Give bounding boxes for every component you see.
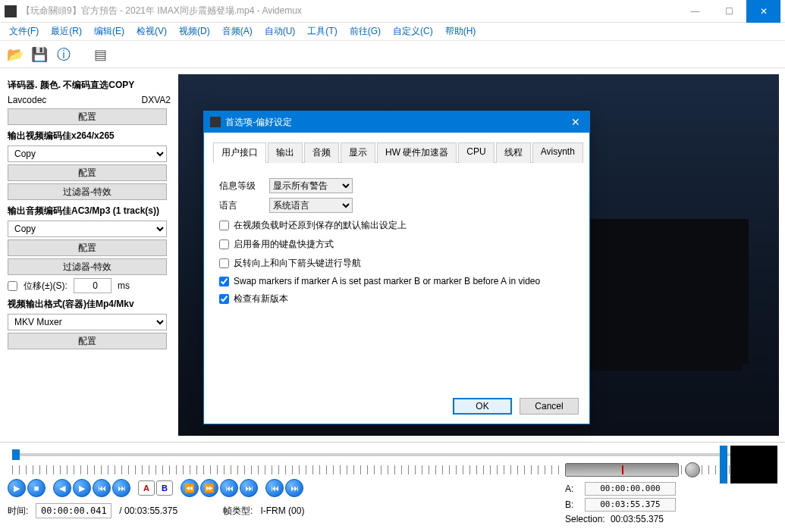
- next-black-button[interactable]: ⏭: [240, 479, 258, 497]
- dialog-titlebar[interactable]: 首选项-偏好设定 ✕: [204, 111, 589, 133]
- language-select[interactable]: 系统语言: [269, 198, 353, 213]
- muxer-config-button[interactable]: 配置: [8, 333, 167, 349]
- alt-keyboard-label: 启用备用的键盘快捷方式: [234, 238, 334, 251]
- play-button[interactable]: ▶: [8, 479, 26, 497]
- audio-meter: [730, 446, 777, 483]
- duration-label: / 00:03:55.375: [119, 505, 177, 516]
- tab-output[interactable]: 输出: [268, 142, 303, 163]
- decoder-title: 译码器. 颜色. 不编码直选COPY: [8, 79, 171, 92]
- audio-filters-button[interactable]: 过滤器-特效: [8, 258, 167, 275]
- restore-output-checkbox[interactable]: [219, 221, 229, 230]
- alt-keyboard-checkbox[interactable]: [219, 239, 229, 249]
- menu-video[interactable]: 视频(D): [173, 23, 216, 40]
- left-panel: 译码器. 颜色. 不编码直选COPY Lavcodec DXVA2 配置 输出视…: [0, 68, 178, 442]
- shift-checkbox[interactable]: [8, 281, 17, 291]
- prev-keyframe-button[interactable]: ⏮: [93, 479, 111, 497]
- ok-button[interactable]: OK: [453, 398, 512, 415]
- goto-start-button[interactable]: ⏮: [265, 479, 284, 497]
- jog-wheel[interactable]: [685, 462, 700, 477]
- video-filters-button[interactable]: 过滤器-特效: [8, 183, 167, 200]
- dialog-tabs: 用户接口 输出 音频 显示 HW 硬件加速器 CPU 线程 Avisynth: [213, 142, 580, 163]
- menu-goto[interactable]: 前往(G): [344, 23, 387, 40]
- set-marker-b-button[interactable]: B: [156, 480, 173, 496]
- audio-config-button[interactable]: 配置: [8, 239, 167, 256]
- menu-auto[interactable]: 自动(U): [259, 23, 302, 40]
- playback-controls: ▶ ■ ◀ ▶ ⏮ ⏭ A B ⏪ ⏩ ⏮ ⏭ ⏮ ⏭: [8, 479, 303, 497]
- menu-view[interactable]: 检视(V): [130, 23, 173, 40]
- seek-thumb[interactable]: [12, 449, 20, 460]
- container-title: 视频输出格式(容器)佳Mp4/Mkv: [8, 298, 171, 311]
- app-icon: [5, 5, 17, 17]
- window-titlebar: 【玩命關頭9】官方預告 - 2021年 IMAX同步震撼登場.mp4 - Avi…: [0, 0, 785, 23]
- reverse-arrows-label: 反转向上和向下箭头键进行导航: [234, 257, 361, 270]
- menu-tools[interactable]: 工具(T): [301, 23, 343, 40]
- open-icon[interactable]: 📂: [6, 45, 24, 64]
- marker-a-value[interactable]: 00:00:00.000: [585, 482, 676, 496]
- jog-slider[interactable]: [565, 463, 679, 477]
- window-title: 【玩命關頭9】官方預告 - 2021年 IMAX同步震撼登場.mp4 - Avi…: [21, 5, 678, 17]
- prev-cut-button[interactable]: ⏪: [181, 479, 199, 497]
- cancel-button[interactable]: Cancel: [520, 398, 579, 415]
- info-icon[interactable]: ⓘ: [55, 45, 73, 64]
- tab-cpu[interactable]: CPU: [458, 142, 494, 163]
- prev-frame-button[interactable]: ◀: [53, 479, 71, 497]
- minimize-button[interactable]: —: [678, 0, 712, 23]
- menu-help[interactable]: 帮助(H): [439, 23, 482, 40]
- check-update-label: 检查有新版本: [234, 293, 288, 305]
- maximize-button[interactable]: ☐: [712, 0, 746, 23]
- menu-audio[interactable]: 音频(A): [216, 23, 259, 40]
- tab-user-interface[interactable]: 用户接口: [213, 142, 266, 163]
- swap-markers-label: Swap markers if marker A is set past mar…: [234, 276, 540, 286]
- marker-b-label: B:: [565, 499, 580, 510]
- selection-label: Selection:: [565, 514, 605, 524]
- time-label: 时间:: [8, 505, 28, 518]
- calculator-icon[interactable]: ▤: [91, 45, 109, 64]
- close-button[interactable]: ✕: [746, 0, 780, 23]
- next-cut-button[interactable]: ⏩: [200, 479, 218, 497]
- frametype-value: I-FRM (00): [260, 505, 304, 516]
- message-level-select[interactable]: 显示所有警告: [269, 178, 353, 193]
- stop-button[interactable]: ■: [27, 479, 46, 497]
- menu-custom[interactable]: 自定义(C): [387, 23, 439, 40]
- restore-output-label: 在视频负载时还原到保存的默认输出设定上: [234, 219, 407, 232]
- language-label: 语言: [219, 199, 262, 212]
- menu-recent[interactable]: 最近(R): [45, 23, 88, 40]
- muxer-select[interactable]: MKV Muxer: [8, 314, 167, 330]
- set-marker-a-button[interactable]: A: [138, 480, 155, 496]
- video-out-title: 输出视频编码佳x264/x265: [8, 130, 171, 142]
- marker-a-label: A:: [565, 483, 580, 494]
- menubar: 文件(F) 最近(R) 编辑(E) 检视(V) 视频(D) 音频(A) 自动(U…: [0, 23, 785, 41]
- goto-end-button[interactable]: ⏭: [285, 479, 303, 497]
- dialog-close-button[interactable]: ✕: [568, 116, 583, 128]
- toolbar: 📂 💾 ⓘ ▤: [0, 41, 785, 68]
- next-frame-button[interactable]: ▶: [73, 479, 91, 497]
- audio-codec-select[interactable]: Copy: [8, 221, 167, 237]
- menu-edit[interactable]: 编辑(E): [88, 23, 130, 40]
- next-keyframe-button[interactable]: ⏭: [112, 479, 130, 497]
- marker-b-value[interactable]: 00:03:55.375: [585, 498, 676, 512]
- dialog-title: 首选项-偏好设定: [225, 116, 568, 129]
- video-codec-select[interactable]: Copy: [8, 146, 167, 162]
- save-icon[interactable]: 💾: [30, 45, 49, 64]
- tab-audio[interactable]: 音频: [304, 142, 339, 163]
- tab-threading[interactable]: 线程: [496, 142, 531, 163]
- menu-file[interactable]: 文件(F): [3, 23, 45, 40]
- time-input[interactable]: [36, 503, 111, 518]
- shift-unit: ms: [118, 280, 130, 291]
- selection-value: 00:03:55.375: [611, 514, 664, 524]
- frametype-label: 帧类型:: [223, 505, 253, 518]
- volume-slider[interactable]: [720, 446, 727, 483]
- reverse-arrows-checkbox[interactable]: [219, 258, 229, 268]
- tab-avisynth[interactable]: Avisynth: [532, 142, 583, 163]
- shift-value-input[interactable]: [74, 278, 111, 293]
- lavcodec-label: Lavcodec: [8, 95, 46, 105]
- tab-display[interactable]: 显示: [341, 142, 375, 163]
- video-config-button[interactable]: 配置: [8, 164, 167, 181]
- swap-markers-checkbox[interactable]: [219, 277, 229, 286]
- check-update-checkbox[interactable]: [219, 294, 229, 304]
- prev-black-button[interactable]: ⏮: [220, 479, 238, 497]
- decoder-config-button[interactable]: 配置: [8, 108, 167, 125]
- seek-slider[interactable]: [12, 453, 773, 456]
- audio-out-title: 输出音频编码佳AC3/Mp3 (1 track(s)): [8, 205, 171, 217]
- tab-hw-accel[interactable]: HW 硬件加速器: [377, 142, 457, 163]
